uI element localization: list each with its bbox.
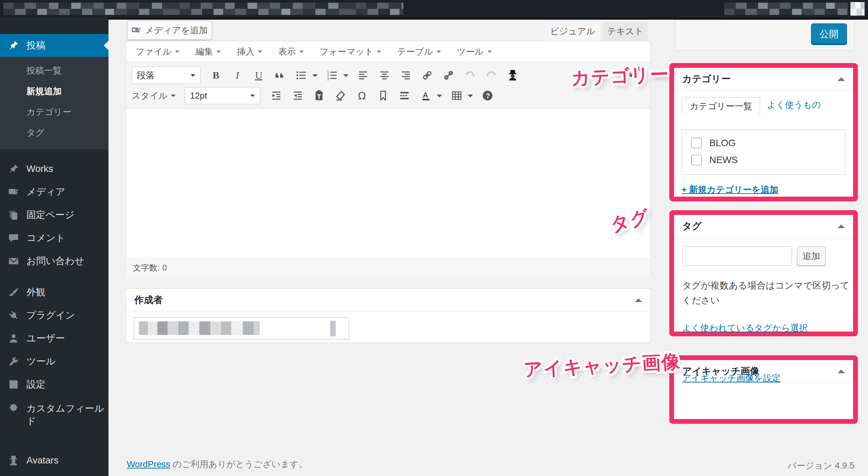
redo-button[interactable] [484,67,499,83]
tags-title: タグ [682,220,702,233]
sidebar-item-media[interactable]: メディア [0,180,108,203]
categories-header[interactable]: カテゴリー [674,68,853,91]
category-item-news[interactable]: NEWS [691,155,845,165]
footer-version: バージョン 4.9.5 [719,460,854,472]
indent-button[interactable] [290,88,305,103]
set-featured-image-link[interactable]: アイキャッチ画像を設定 [682,372,781,384]
editor-content-area[interactable] [126,108,650,258]
submenu-tags[interactable]: タグ [0,122,108,143]
add-media-button[interactable]: メディアを追加 [127,20,212,40]
numbered-list-button[interactable]: 123 [324,67,340,83]
publish-button[interactable]: 公開 [811,23,847,45]
menu-view[interactable]: 表示 [278,46,304,58]
chevron-down-icon [216,51,221,55]
category-item-blog[interactable]: BLOG [691,138,845,148]
sidebar-item-avatars[interactable]: Avatars [0,449,108,472]
sidebar-item-settings[interactable]: 設定 [0,373,108,396]
category-tabs: カテゴリー一覧 よく使うもの [682,97,846,113]
menu-edit[interactable]: 編集 [195,46,221,58]
sidebar-item-custom-fields[interactable]: カスタムフィールド [0,396,108,437]
choose-from-most-used-link[interactable]: よく使われているタグから選択 [682,322,808,334]
menu-format[interactable]: フォーマット [319,46,381,58]
special-character-button[interactable]: Ω [354,88,370,103]
collapse-toggle-icon[interactable] [837,74,845,81]
blockquote-button[interactable] [272,67,288,83]
undo-button[interactable] [462,67,478,83]
sidebar-item-contact[interactable]: お問い合わせ [0,250,108,273]
text-color-button[interactable]: A [418,88,434,103]
collapse-toggle-icon[interactable] [635,295,642,302]
menu-insert[interactable]: 挿入 [237,46,262,58]
author-name-blurred [139,321,260,335]
paragraph-format-select[interactable]: 段落 [132,66,201,84]
align-left-button[interactable] [355,67,371,83]
new-tag-input[interactable] [682,246,792,266]
author-select-dropdown[interactable] [134,317,349,340]
align-right-button[interactable] [398,67,414,83]
sidebar-item-pages[interactable]: 固定ページ [0,203,108,226]
hat-person-plugin-button[interactable] [505,67,520,83]
anchor-button[interactable] [375,88,391,103]
styles-select[interactable]: スタイル [132,90,176,102]
read-more-button[interactable] [397,88,412,103]
author-metabox-header[interactable]: 作成者 [126,289,650,312]
sidebar-collapse-menu[interactable]: メニューを閉じる [0,472,108,476]
checkbox-blog[interactable] [691,138,702,148]
underline-button[interactable]: U [251,67,267,83]
sidebar-item-plugins[interactable]: プラグイン [0,304,108,327]
tab-most-used[interactable]: よく使うもの [767,99,821,111]
outdent-button[interactable] [269,88,284,103]
table-caret[interactable] [468,95,473,100]
menu-file[interactable]: ファイル [136,46,180,58]
collapse-toggle-icon[interactable] [837,221,845,228]
bold-button[interactable]: B [208,67,224,83]
chevron-down-icon [258,51,262,55]
sidebar-item-label: 固定ページ [26,209,74,221]
bullet-list-button[interactable] [294,67,309,83]
sidebar-item-posts[interactable]: 投稿 [0,34,108,57]
chevron-down-icon [436,51,441,55]
clear-formatting-button[interactable] [333,88,348,103]
paste-as-text-button[interactable] [311,88,327,103]
sidebar-item-users[interactable]: ユーザー [0,327,108,350]
admin-bar[interactable] [0,0,868,20]
wrench-icon [8,356,19,367]
remove-link-button[interactable] [441,67,456,83]
wordpress-link[interactable]: WordPress [127,459,170,469]
tab-text-editor[interactable]: テキスト [603,22,648,41]
numbered-list-caret[interactable] [343,74,349,80]
font-size-select[interactable]: 12pt [184,87,260,104]
help-button[interactable]: ? [480,88,495,103]
tab-visual-editor[interactable]: ビジュアル [545,22,600,41]
category-label: NEWS [709,155,738,165]
submenu-add-new[interactable]: 新規追加 [0,81,108,102]
editor-statusbar: 文字数: 0 [126,258,650,277]
sidebar-item-label: コメント [26,232,65,244]
table-button[interactable] [449,88,465,103]
menu-table[interactable]: テーブル [397,46,441,58]
sidebar-item-tools[interactable]: ツール [0,350,108,373]
add-tag-button[interactable]: 追加 [797,246,826,266]
sidebar-item-appearance[interactable]: 外観 [0,281,108,304]
align-center-button[interactable] [377,67,392,83]
italic-button[interactable]: I [230,67,245,83]
text-color-caret[interactable] [437,95,442,100]
collapse-toggle-icon[interactable] [837,366,845,373]
insert-link-button[interactable] [419,67,435,83]
author-metabox: 作成者 [125,288,651,343]
menu-tools[interactable]: ツール [457,46,492,58]
tags-header[interactable]: タグ [674,215,853,238]
checkbox-news[interactable] [691,155,702,165]
add-media-icon [131,25,141,35]
submenu-all-posts[interactable]: 投稿一覧 [0,60,108,81]
sidebar-item-label: メディア [26,185,65,198]
chevron-down-icon [377,51,381,55]
svg-text:?: ? [486,92,490,100]
avatar-hat-person-icon [8,455,19,466]
bullet-list-caret[interactable] [312,74,318,80]
sidebar-item-works[interactable]: Works [0,157,108,180]
tab-all-categories[interactable]: カテゴリー一覧 [682,97,760,115]
sidebar-item-comments[interactable]: コメント [0,226,108,250]
submenu-categories[interactable]: カテゴリー [0,102,108,122]
add-new-category-link[interactable]: + 新規カテゴリーを追加 [682,184,778,195]
